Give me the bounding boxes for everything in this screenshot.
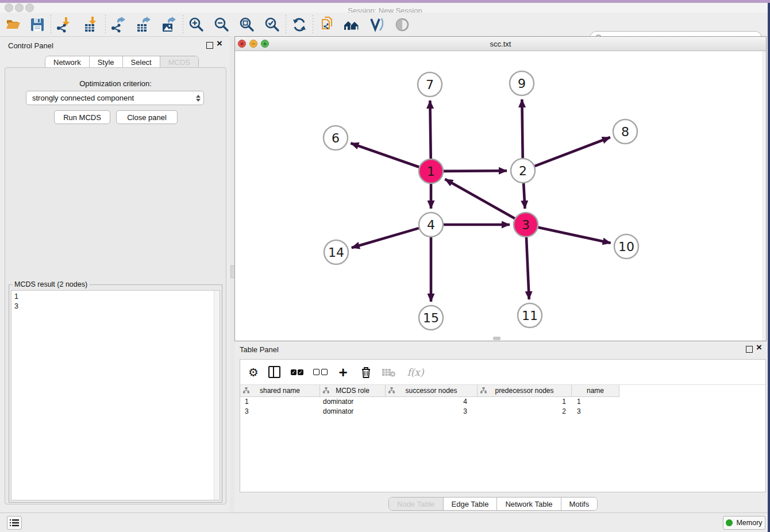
vizmapper-icon[interactable] — [368, 16, 386, 33]
mcds-result-group: MCDS result (2 nodes) 1 3 — [9, 284, 222, 503]
window-right-accent — [768, 3, 770, 532]
zoom-out-icon[interactable] — [213, 16, 230, 33]
attribute-tree-icon — [243, 387, 249, 394]
open-session-icon[interactable] — [5, 16, 22, 33]
svg-text:7: 7 — [426, 78, 434, 92]
cell-successor-nodes[interactable]: 4 — [386, 398, 478, 407]
column-header-mcds-role[interactable]: MCDS role — [320, 385, 386, 396]
network-vscrollbar[interactable] — [763, 51, 766, 341]
toolbar-separator — [105, 15, 106, 34]
svg-text:15: 15 — [423, 311, 439, 325]
optimization-criterion-label: Optimization criterion: — [5, 79, 226, 88]
task-history-button[interactable] — [7, 516, 22, 530]
add-column-icon[interactable]: + — [336, 365, 351, 380]
delete-table-icon — [382, 365, 396, 380]
refresh-layout-icon[interactable] — [291, 16, 308, 33]
save-session-icon[interactable] — [29, 16, 46, 33]
table-settings-gear-icon[interactable]: ⚙ — [246, 365, 261, 380]
memory-label: Memory — [736, 519, 762, 527]
tab-network[interactable]: Network — [45, 56, 90, 68]
clone-network-icon[interactable] — [318, 16, 335, 33]
import-network-icon[interactable] — [56, 16, 73, 33]
tab-node-table[interactable]: Node Table — [389, 498, 444, 510]
control-panel-header: Control Panel × — [0, 36, 230, 56]
hide-selected-icon[interactable] — [394, 16, 411, 33]
column-header-predecessor-nodes[interactable]: predecessor nodes — [478, 385, 572, 396]
cell-mcds-role[interactable]: dominator — [320, 407, 386, 417]
network-canvas[interactable]: 7968124314101511 — [235, 51, 766, 341]
cell-shared-name[interactable]: 1 — [240, 398, 320, 407]
table-row[interactable]: 1 dominator 4 1 1 — [240, 398, 619, 407]
cell-shared-name[interactable]: 3 — [240, 407, 320, 417]
delete-column-icon[interactable] — [359, 365, 374, 380]
svg-text:6: 6 — [332, 131, 340, 145]
node-table-region: ⚙ ✓✓ + f(x) shared name MCDS role — [240, 359, 766, 492]
export-network-icon[interactable] — [110, 16, 128, 33]
mcds-result-title: MCDS result (2 nodes) — [13, 280, 89, 288]
first-neighbors-icon[interactable] — [343, 16, 360, 33]
tab-select[interactable]: Select — [123, 56, 160, 68]
svg-text:8: 8 — [621, 125, 629, 139]
show-columns-icon[interactable] — [267, 365, 282, 380]
app-window: Session: New Session — [0, 0, 770, 532]
svg-text:4: 4 — [427, 218, 435, 232]
status-bar: Memory — [0, 512, 770, 532]
close-panel-icon[interactable]: × — [217, 38, 222, 49]
zoom-in-icon[interactable] — [188, 16, 205, 33]
table-close-panel-icon[interactable]: × — [756, 342, 762, 353]
deselect-all-icon[interactable] — [313, 365, 328, 380]
svg-text:14: 14 — [328, 245, 344, 260]
cell-name[interactable]: 1 — [572, 398, 619, 407]
zoom-fit-icon[interactable] — [238, 16, 256, 33]
column-header-shared-name[interactable]: shared name — [240, 385, 320, 396]
tab-edge-table[interactable]: Edge Table — [444, 498, 498, 510]
tab-motifs[interactable]: Motifs — [561, 498, 598, 510]
network-hscrollbar-thumb[interactable] — [493, 337, 500, 340]
network-window-title: scc.txt — [235, 40, 766, 48]
toolbar-separator — [183, 15, 183, 34]
close-panel-button[interactable]: Close panel — [116, 110, 178, 124]
tab-style[interactable]: Style — [90, 56, 123, 68]
panel-splitter[interactable] — [230, 36, 234, 512]
network-window-titlebar[interactable]: × − + scc.txt — [235, 37, 766, 51]
cell-mcds-role[interactable]: dominator — [320, 398, 386, 407]
tab-mcds[interactable]: MCDS — [160, 56, 198, 68]
result-scrollbar[interactable] — [214, 291, 220, 500]
svg-text:2: 2 — [519, 164, 527, 178]
select-all-icon[interactable]: ✓✓ — [290, 365, 305, 380]
float-panel-icon[interactable] — [206, 42, 213, 49]
zoom-selected-icon[interactable] — [264, 16, 281, 33]
export-table-icon[interactable] — [136, 16, 153, 33]
svg-text:11: 11 — [522, 309, 538, 323]
network-window: × − + scc.txt 7968124314101511 — [234, 36, 767, 341]
cell-predecessor-nodes[interactable]: 1 — [478, 398, 572, 407]
svg-text:10: 10 — [618, 240, 634, 254]
network-graph[interactable]: 7968124314101511 — [235, 51, 766, 341]
list-icon — [10, 519, 19, 527]
column-header-successor-nodes[interactable]: successor nodes — [386, 385, 478, 396]
run-mcds-button[interactable]: Run MCDS — [54, 110, 110, 124]
svg-text:9: 9 — [518, 76, 526, 91]
tab-network-table[interactable]: Network Table — [497, 498, 561, 510]
table-row[interactable]: 3 dominator 3 2 3 — [240, 407, 619, 417]
control-panel-title: Control Panel — [8, 41, 53, 50]
mcds-result-textarea[interactable]: 1 3 — [11, 290, 220, 500]
cell-successor-nodes[interactable]: 3 — [386, 407, 478, 417]
toolbar-separator — [286, 15, 286, 34]
import-table-icon[interactable] — [83, 16, 101, 33]
memory-status-icon — [726, 519, 733, 526]
toolbar-separator — [313, 15, 313, 34]
cell-name[interactable]: 3 — [572, 407, 619, 417]
table-float-panel-icon[interactable] — [746, 346, 753, 353]
export-image-icon[interactable] — [161, 16, 178, 33]
table-header-row: shared name MCDS role successor nodes pr… — [240, 385, 619, 397]
window-titlebar: Session: New Session — [0, 3, 770, 13]
cell-predecessor-nodes[interactable]: 2 — [478, 407, 572, 417]
svg-text:3: 3 — [522, 218, 530, 232]
optimization-criterion-dropdown[interactable]: strongly connected component — [26, 91, 204, 105]
column-header-name[interactable]: name — [572, 385, 619, 396]
memory-button[interactable]: Memory — [723, 516, 765, 530]
dropdown-stepper-icon — [193, 91, 203, 105]
attribute-tree-icon — [388, 387, 395, 394]
svg-text:1: 1 — [427, 164, 435, 179]
